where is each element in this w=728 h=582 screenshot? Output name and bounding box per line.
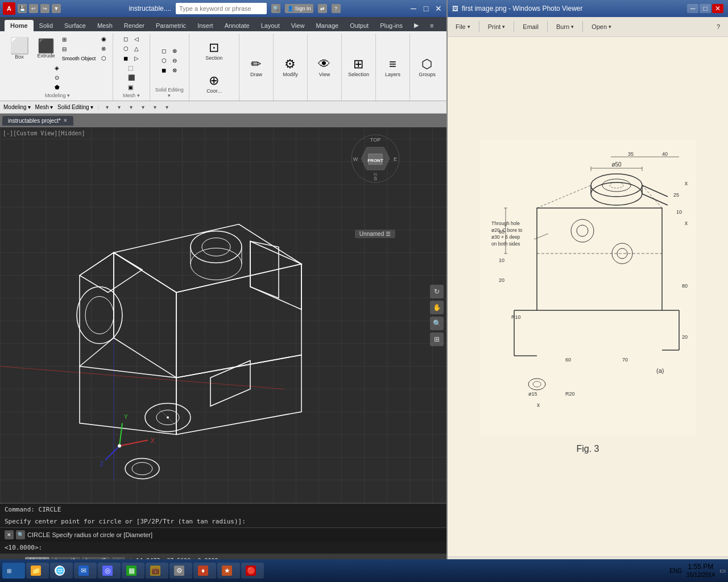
tool-sm-6[interactable]: ◈	[52, 64, 62, 72]
tab-plugins[interactable]: Plug-ins	[374, 20, 408, 31]
taskbar-item-chrome[interactable]: 🌐	[50, 563, 73, 579]
mesh-tool-8[interactable]: ⬛	[126, 73, 137, 82]
title-btn-4[interactable]: ▼	[52, 4, 61, 13]
pv-open-btn[interactable]: Open ▾	[588, 22, 615, 32]
restore-button[interactable]: □	[421, 4, 431, 13]
mesh-tool-4[interactable]: ◁	[132, 35, 141, 43]
tab-home[interactable]: Home	[5, 20, 34, 31]
layers-button[interactable]: ≡ Layers	[382, 55, 404, 80]
doc-tab-close[interactable]: ✕	[63, 118, 68, 123]
mesh-tool-1[interactable]: ◻	[121, 35, 131, 43]
title-btn-1[interactable]: 💾	[18, 4, 27, 13]
orbit-btn[interactable]: ↻	[430, 285, 444, 298]
close-button[interactable]: ✕	[433, 4, 444, 13]
taskbar-item-app1[interactable]: ▦	[122, 563, 144, 579]
taskbar-item-app3[interactable]: ⚙	[169, 563, 192, 579]
tab-solid[interactable]: Solid	[34, 20, 59, 31]
smooth-object-button[interactable]: Smooth Object	[60, 55, 98, 63]
sign-in-button[interactable]: 👤 Sign In	[285, 4, 313, 13]
taskbar-item-explorer[interactable]: 📁	[26, 563, 49, 579]
groups-button[interactable]: ⬡ Groups	[415, 55, 439, 80]
pv-print-btn[interactable]: Print ▾	[485, 22, 509, 32]
solid-tool-3[interactable]: ◼	[159, 66, 169, 74]
solid-editing-dropdown[interactable]: Solid Editing ▾	[57, 104, 93, 110]
taskbar-item-app2[interactable]: 💼	[146, 563, 168, 579]
sub-modify[interactable]: ▾	[115, 103, 123, 111]
title-btn-3[interactable]: ↪	[40, 4, 49, 13]
pv-minimize-btn[interactable]: ─	[687, 4, 698, 13]
tab-more[interactable]: ▶	[408, 19, 424, 31]
sub-view[interactable]: ▾	[127, 103, 135, 111]
tab-parametric[interactable]: Parametric	[150, 20, 192, 31]
pv-burn-btn[interactable]: Burn ▾	[553, 22, 577, 32]
solid-tool-5[interactable]: ⊖	[170, 56, 179, 65]
modify-button[interactable]: ⚙ Modify	[279, 55, 301, 80]
tool-sm-4[interactable]: ⊗	[99, 44, 109, 53]
notification-btn[interactable]: ▭	[719, 567, 726, 575]
lang-indicator[interactable]: ENG	[669, 568, 682, 574]
doc-tab-instructables[interactable]: instructables project* ✕	[2, 116, 73, 126]
exchange-btn[interactable]: ⇄	[318, 4, 327, 13]
taskbar-item-app6[interactable]: 🔴	[241, 563, 264, 579]
title-search-input[interactable]	[176, 3, 267, 14]
coor-button[interactable]: ⊕ Coor...	[203, 71, 225, 96]
solid-tool-4[interactable]: ⊕	[170, 47, 179, 55]
tab-insert[interactable]: Insert	[192, 20, 219, 31]
tool-sm-1[interactable]: ⊞	[60, 35, 98, 44]
sub-layers[interactable]: ▾	[151, 103, 159, 111]
taskbar-item-discord[interactable]: ◎	[98, 563, 121, 579]
tab-manage[interactable]: Manage	[310, 20, 344, 31]
solid-tool-1[interactable]: ◻	[159, 47, 169, 55]
tab-layout[interactable]: Layout	[255, 20, 286, 31]
tool-sm-8[interactable]: ⬟	[52, 83, 62, 92]
mesh-tool-3[interactable]: ◼	[121, 54, 131, 63]
tab-mesh[interactable]: Mesh	[92, 20, 118, 31]
mesh-tool-9[interactable]: ▣	[126, 83, 137, 92]
modeling-dropdown[interactable]: Modeling ▾	[3, 104, 31, 110]
draw-button[interactable]: ✏ Draw	[247, 55, 266, 80]
minimize-button[interactable]: ─	[408, 4, 419, 13]
tab-render[interactable]: Render	[118, 20, 150, 31]
pan-btn[interactable]: ✋	[430, 301, 444, 314]
taskbar-item-app5[interactable]: ★	[217, 563, 240, 579]
mesh-tool-5[interactable]: △	[132, 44, 141, 53]
taskbar-start-button[interactable]: ⊞	[2, 563, 25, 579]
extrude-button[interactable]: ⬛ Extrude	[34, 37, 59, 61]
pv-close-btn[interactable]: ✕	[712, 4, 723, 13]
tab-annotate[interactable]: Annotate	[219, 20, 255, 31]
tab-output[interactable]: Output	[344, 20, 374, 31]
drawing-area[interactable]: [-][Custom View][Hidden] TOP S W E FR	[0, 127, 446, 503]
tab-view[interactable]: View	[286, 20, 311, 31]
sub-groups[interactable]: ▾	[163, 103, 171, 111]
mesh-dropdown[interactable]: Mesh ▾	[35, 104, 53, 110]
view-button[interactable]: 👁 View	[315, 55, 334, 80]
tool-sm-5[interactable]: ⬡	[99, 54, 109, 63]
pv-image-area[interactable]: ø50 35 40 x x 25 10	[448, 37, 728, 556]
tool-sm-3[interactable]: ◉	[99, 35, 109, 43]
pv-file-btn[interactable]: File ▾	[452, 22, 474, 32]
tab-surface[interactable]: Surface	[59, 20, 92, 31]
pv-email-btn[interactable]: Email	[519, 22, 542, 32]
search-button[interactable]: 🔍	[271, 4, 280, 13]
taskbar-item-mail[interactable]: ✉	[74, 563, 97, 579]
box-button[interactable]: ⬜ Box	[6, 36, 33, 62]
help-btn[interactable]: ?	[332, 4, 341, 13]
zoom-btn[interactable]: 🔍	[430, 317, 444, 330]
cmd-icon-search[interactable]: 🔍	[16, 530, 25, 539]
sub-selection[interactable]: ▾	[139, 103, 147, 111]
selection-button[interactable]: ⊞ Selection	[345, 55, 373, 80]
sub-draw[interactable]: ▾	[104, 103, 111, 111]
taskbar-item-app4[interactable]: ♦	[193, 563, 216, 579]
mesh-tool-6[interactable]: ▷	[132, 54, 141, 63]
mesh-tool-7[interactable]: ⬚	[126, 64, 137, 72]
pv-restore-btn[interactable]: □	[700, 4, 711, 13]
cmd-icon-close[interactable]: ✕	[5, 530, 14, 539]
solid-tool-6[interactable]: ⊗	[170, 66, 179, 74]
title-btn-2[interactable]: ↩	[29, 4, 38, 13]
tab-options[interactable]: ≡	[424, 20, 439, 31]
tool-sm-2[interactable]: ⊟	[60, 45, 98, 53]
pv-help-btn[interactable]: ?	[713, 22, 723, 32]
mesh-tool-2[interactable]: ⬡	[121, 44, 131, 53]
tool-sm-7[interactable]: ⊙	[52, 73, 62, 82]
section-button[interactable]: ⊡ Section	[202, 38, 226, 63]
